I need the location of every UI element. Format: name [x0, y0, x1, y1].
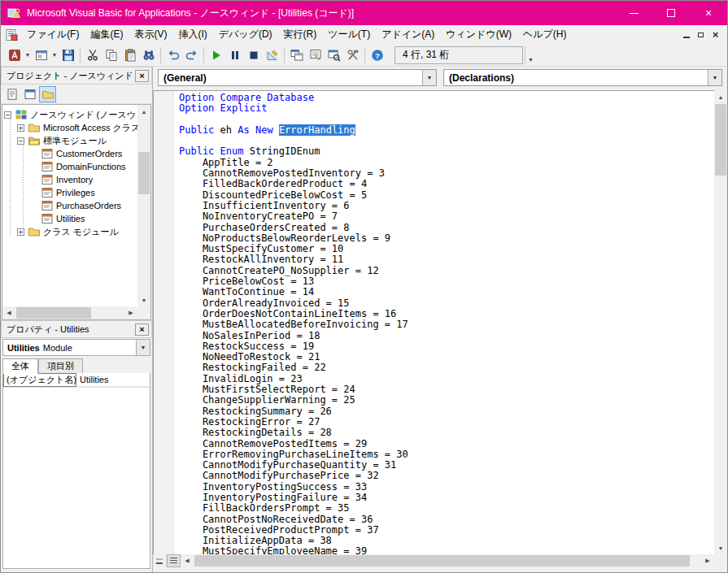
expander-minus-icon[interactable]: −	[4, 111, 11, 119]
properties-panel-close-button[interactable]: ×	[135, 323, 149, 336]
tree-item[interactable]: −ノースウィンド (ノースウィンド)	[2, 108, 137, 121]
menu-item-4[interactable]: デバッグ(D)	[213, 25, 278, 44]
scroll-left-icon[interactable]	[2, 306, 15, 319]
tree-item[interactable]: +Microsoft Access クラス オブジェクト	[2, 121, 137, 134]
scroll-up-icon[interactable]	[137, 105, 150, 118]
tab-alphabetic[interactable]: 全体	[2, 358, 38, 374]
tree-item[interactable]: −標準モジュール	[2, 134, 137, 147]
property-value-cell[interactable]: Utilities	[76, 373, 150, 387]
insert-object-icon[interactable]	[32, 46, 50, 64]
view-object-icon[interactable]	[21, 86, 38, 102]
dropdown-arrow-icon[interactable]	[708, 70, 721, 85]
properties-panel-header: プロパティ - Utilities ×	[1, 320, 152, 338]
menu-item-5[interactable]: 実行(R)	[278, 25, 323, 44]
menu-item-3[interactable]: 挿入(I)	[172, 25, 212, 44]
object-dropdown[interactable]: (General)	[158, 69, 437, 86]
toolbar-options-button[interactable]: ▼	[525, 46, 536, 64]
expander-plus-icon[interactable]: +	[17, 228, 24, 236]
view-code-icon[interactable]	[3, 86, 20, 102]
code-line: InventoryPostingFailure = 34	[179, 493, 408, 503]
dropdown-caret-icon[interactable]: ▼	[50, 46, 59, 64]
menu-item-0[interactable]: ファイル(F)	[21, 25, 85, 44]
code-vertical-scrollbar[interactable]	[714, 90, 727, 554]
break-icon[interactable]	[225, 46, 244, 64]
undo-icon[interactable]	[163, 46, 182, 64]
menu-item-8[interactable]: ウィンドウ(W)	[440, 25, 517, 44]
reset-icon[interactable]	[244, 46, 263, 64]
code-hscroll-thumb[interactable]	[194, 555, 690, 566]
scroll-right-icon[interactable]	[124, 306, 137, 319]
child-close-button[interactable]: ×	[708, 28, 722, 41]
toolbox-icon[interactable]	[343, 46, 362, 64]
full-module-view-button[interactable]	[167, 554, 181, 567]
dropdown-caret-icon[interactable]: ▼	[24, 46, 32, 64]
procedure-dropdown[interactable]: (Declarations)	[443, 69, 722, 86]
tree-item[interactable]: Utilities	[2, 212, 137, 225]
code-vscroll-thumb[interactable]	[715, 104, 726, 176]
property-name-cell[interactable]: (オブジェクト名)	[3, 373, 76, 387]
save-icon[interactable]	[59, 46, 77, 64]
child-minimize-button[interactable]	[679, 28, 693, 41]
find-icon[interactable]	[139, 46, 158, 64]
tree-item[interactable]: +クラス モジュール	[2, 225, 137, 238]
expander-minus-icon[interactable]: −	[17, 137, 24, 145]
run-icon[interactable]	[207, 46, 225, 64]
dropdown-arrow-icon[interactable]	[422, 70, 436, 85]
tree-item[interactable]: DomainFunctions	[2, 160, 137, 173]
copy-icon[interactable]	[102, 46, 120, 64]
menu-item-7[interactable]: アドイン(A)	[376, 25, 440, 44]
left-panel-column: プロジェクト - ノースウィンド × −ノースウィンド (ノースウィンド)+Mi…	[1, 67, 152, 571]
object-browser-icon[interactable]	[325, 46, 343, 64]
margin-indicator-bar[interactable]	[154, 91, 174, 554]
menu-item-1[interactable]: 編集(E)	[85, 25, 129, 44]
design-mode-icon[interactable]	[263, 46, 281, 64]
code-horizontal-scrollbar[interactable]	[181, 554, 714, 567]
tree-vertical-scrollbar[interactable]	[137, 105, 150, 306]
toggle-folders-icon[interactable]	[39, 86, 56, 102]
tab-categorized[interactable]: 項目別	[38, 358, 83, 374]
standard-toolbar: ▼▼? 4 行, 31 桁 ▼	[1, 44, 727, 67]
help-icon[interactable]: ?	[368, 46, 386, 64]
tree-hscroll-thumb[interactable]	[16, 307, 91, 319]
selected-object-type: Module	[43, 343, 72, 353]
tree-vscroll-thumb[interactable]	[138, 152, 150, 194]
project-panel-close-button[interactable]: ×	[135, 70, 149, 82]
tree-horizontal-scrollbar[interactable]	[2, 306, 137, 319]
view-access-icon[interactable]	[5, 46, 24, 64]
close-button[interactable]: ×	[690, 1, 727, 25]
redo-icon[interactable]	[182, 46, 201, 64]
menu-item-6[interactable]: ツール(T)	[322, 25, 376, 44]
code-line: CannotPostNoReceivedDate = 36	[179, 514, 408, 525]
code-line: WantToContinue = 14	[179, 287, 408, 297]
scroll-up-icon[interactable]	[714, 90, 727, 103]
expander-plus-icon[interactable]: +	[17, 124, 24, 132]
maximize-button[interactable]	[652, 1, 690, 25]
code-line: RestockSuccess = 19	[179, 341, 408, 352]
minimize-button[interactable]	[615, 1, 652, 25]
scroll-right-icon[interactable]	[701, 554, 714, 567]
cut-icon[interactable]	[83, 46, 102, 64]
properties-object-selector[interactable]: Utilities Module	[2, 339, 150, 356]
tree-item[interactable]: CustomerOrders	[2, 147, 137, 160]
scroll-down-icon[interactable]	[714, 541, 727, 554]
dropdown-arrow-icon[interactable]	[136, 340, 150, 355]
scroll-left-icon[interactable]	[181, 554, 194, 567]
titlebar[interactable]: Microsoft Visual Basic for Applications …	[1, 1, 727, 25]
tree-item[interactable]: Inventory	[2, 173, 137, 186]
tree-item[interactable]: PurchaseOrders	[2, 199, 137, 212]
child-restore-button[interactable]	[694, 28, 708, 41]
project-explorer-icon[interactable]	[287, 46, 306, 64]
scroll-down-icon[interactable]	[137, 293, 150, 306]
menu-item-9[interactable]: ヘルプ(H)	[517, 25, 573, 44]
code-line: RestockingError = 27	[179, 417, 408, 428]
property-row[interactable]: (オブジェクト名) Utilities	[3, 373, 150, 388]
code-window-system-icon[interactable]	[5, 28, 18, 41]
properties-window-icon[interactable]	[306, 46, 325, 64]
properties-grid: (オブジェクト名) Utilities	[2, 373, 150, 569]
menu-item-2[interactable]: 表示(V)	[129, 25, 172, 44]
code-line: MustFirstSelectReport = 24	[179, 384, 408, 395]
code-editor[interactable]: Option Compare DatabaseOption Explicit P…	[153, 90, 714, 554]
tree-item[interactable]: Privileges	[2, 186, 137, 199]
paste-icon[interactable]	[120, 46, 139, 64]
procedure-view-button[interactable]	[153, 554, 167, 567]
